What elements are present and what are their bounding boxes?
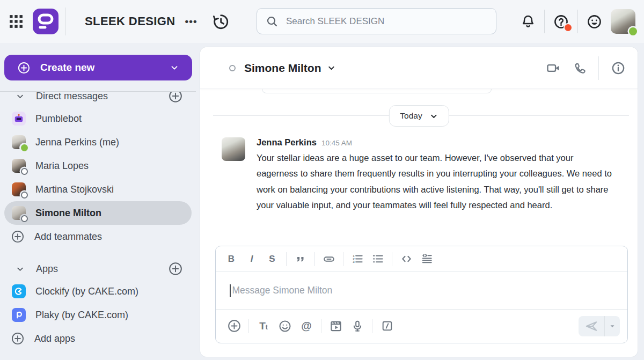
link-icon[interactable] [319,247,339,271]
ordered-list-icon[interactable]: 1 2 3 [347,247,368,271]
date-divider: Today [200,105,638,127]
top-bar: SLEEK DESIGN ••• [0,0,644,43]
header-divider [598,56,599,80]
chat-header: Simone Milton [200,47,638,89]
bold-icon[interactable]: B [221,247,241,271]
topbar-divider [65,8,65,35]
topbar-divider [577,10,578,33]
attach-plus-icon[interactable] [223,314,245,338]
add-apps-button[interactable]: Add apps [0,327,196,350]
sidebar-item-plaky[interactable]: Plaky (by CAKE.com) [0,303,196,327]
caret-down-icon [609,322,616,330]
status-emoji-icon[interactable] [586,13,603,30]
sidebar-item-label: Jenna Perkins (me) [35,137,119,148]
message-composer: B I S 1 2 [215,246,628,343]
offline-status-dot [21,192,28,199]
emoji-icon[interactable] [274,314,296,338]
send-options-button[interactable] [605,316,620,336]
sidebar-item-label: Simone Milton [35,208,101,219]
section-direct-messages[interactable]: Direct messages [0,91,196,107]
code-block-icon[interactable] [416,247,437,271]
apps-grid-icon[interactable] [9,14,24,29]
conversation-title[interactable]: Simone Milton [244,62,321,75]
chevron-down-icon [16,92,24,100]
plaky-icon [12,308,26,322]
info-icon[interactable] [611,61,626,76]
sidebar-item-jenna-perkins[interactable]: Jenna Perkins (me) [0,130,196,154]
message-input-placeholder: Message Simone Milton [232,285,333,296]
notifications-bell-icon[interactable] [520,13,536,30]
create-new-button[interactable]: Create new [4,55,192,80]
chevron-down-icon[interactable] [327,63,336,72]
scrolled-message-card-edge [262,89,492,93]
mention-icon[interactable]: @ [296,314,317,338]
sidebar-item-simone-milton[interactable]: Simone Milton [4,201,192,225]
sidebar-item-clockify[interactable]: Clockify (by CAKE.com) [0,280,196,303]
sidebar-item-maria-lopes[interactable]: Maria Lopes [0,154,196,178]
sidebar-item-label: Pumblebot [35,113,82,124]
jenna-avatar [12,135,26,149]
formatting-toolbar: B I S 1 2 [216,246,627,272]
topbar-divider [544,10,545,33]
date-divider-label: Today [400,111,422,121]
section-label: Direct messages [36,91,108,102]
blockquote-icon[interactable] [290,247,311,271]
shortcuts-slash-icon[interactable] [376,314,398,338]
message-sender-avatar[interactable] [222,137,245,161]
pumblebot-avatar [12,112,26,126]
offline-status-dot [21,215,28,222]
toolbar-divider [343,252,343,266]
martina-avatar [12,182,26,196]
toolbar-divider [321,319,321,333]
sidebar-scroll-area[interactable]: Direct messages Pumblebot Jenna Perkins … [0,91,196,360]
toolbar-divider [392,252,392,266]
sidebar-item-pumblebot[interactable]: Pumblebot [0,107,196,130]
workspace-more-icon[interactable]: ••• [185,16,197,27]
section-label: Apps [36,263,58,275]
italic-icon[interactable]: I [241,247,262,271]
audio-message-icon[interactable] [347,314,368,338]
date-divider-button[interactable]: Today [389,105,449,127]
sidebar-item-label: Clockify (by CAKE.com) [35,286,138,297]
svg-text:3: 3 [353,260,355,263]
sidebar-item-martina-stojkovski[interactable]: Martina Stojkovski [0,178,196,201]
message-text: Your stellar ideas are a huge asset to o… [257,150,613,214]
message-input[interactable]: Message Simone Milton [216,272,627,309]
clockify-icon [12,284,26,298]
user-avatar[interactable] [611,9,635,34]
strikethrough-icon[interactable]: S [262,247,282,271]
pumble-logo-icon[interactable] [33,9,58,34]
search-icon [266,15,279,28]
add-app-icon[interactable] [168,261,183,276]
add-teammates-label: Add teammates [34,231,102,243]
workspace-name[interactable]: SLEEK DESIGN [85,14,175,28]
add-dm-icon[interactable] [168,91,183,104]
text-format-icon[interactable]: Tt [253,314,274,338]
message-sender-name[interactable]: Jenna Perkins [257,137,317,148]
toolbar-divider [372,319,372,333]
section-apps[interactable]: Apps [0,258,196,280]
plus-circle-icon [17,61,31,75]
search-bar[interactable] [257,8,496,34]
online-status-dot [629,27,637,35]
search-input[interactable] [286,16,479,27]
simone-avatar [12,206,26,220]
voice-call-icon[interactable] [573,61,587,75]
video-message-icon[interactable] [325,314,347,338]
online-status-dot [21,144,28,151]
sidebar-item-label: Martina Stojkovski [35,184,114,195]
send-button-group [579,316,620,336]
sidebar-item-label: Plaky (by CAKE.com) [35,310,128,321]
history-icon[interactable] [211,12,230,31]
message: Jenna Perkins 10:45 AM Your stellar idea… [222,137,619,214]
help-icon[interactable] [553,13,569,30]
plus-circle-icon [11,332,25,346]
maria-avatar [12,159,26,173]
video-call-icon[interactable] [546,61,561,76]
send-button[interactable] [579,316,604,336]
help-notification-badge [565,24,572,31]
toolbar-divider [248,319,249,333]
bullet-list-icon[interactable] [368,247,388,271]
inline-code-icon[interactable] [396,247,416,271]
add-teammates-button[interactable]: Add teammates [0,225,196,248]
